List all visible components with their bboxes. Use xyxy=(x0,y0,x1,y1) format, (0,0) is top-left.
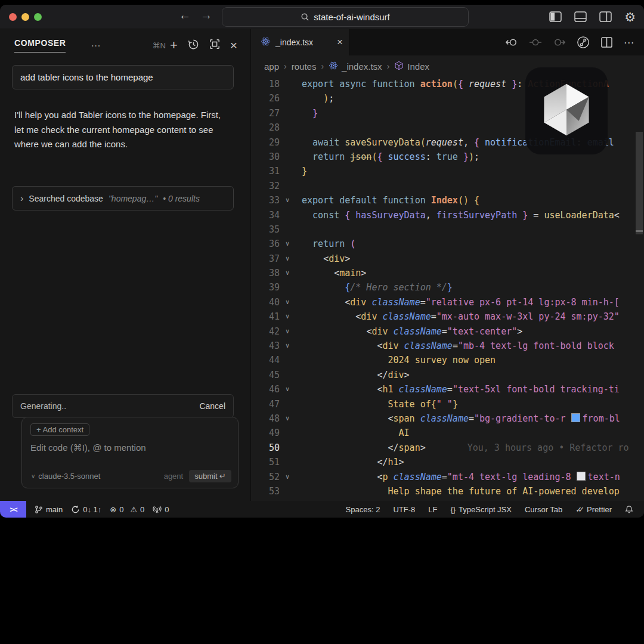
fold-gutter xyxy=(280,499,295,501)
git-branch-item[interactable]: main xyxy=(35,505,63,514)
breadcrumb-routes[interactable]: routes xyxy=(292,61,317,72)
submit-button[interactable]: submit ↵ xyxy=(189,470,231,482)
nav-current-icon[interactable] xyxy=(530,38,541,47)
fold-chevron-icon[interactable]: ∨ xyxy=(280,193,295,208)
minimize-window-button[interactable] xyxy=(21,13,29,21)
model-selector[interactable]: ∨ claude-3.5-sonnet xyxy=(31,472,100,481)
agent-mode-label[interactable]: agent xyxy=(164,472,184,481)
code-text: <h1 className="text-5xl font-bold tracki… xyxy=(295,382,620,397)
code-text: <div className="relative px-6 pt-14 lg:p… xyxy=(295,295,620,309)
line-number: 54 xyxy=(251,499,280,501)
tool-call-searched-codebase[interactable]: › Searched codebase "homepag…" • 0 resul… xyxy=(12,186,234,210)
command-search-input[interactable]: state-of-ai-windsurf xyxy=(222,7,469,27)
code-line[interactable]: 31} xyxy=(251,164,644,178)
close-composer-icon[interactable]: × xyxy=(230,38,237,52)
user-prompt-message[interactable]: add tabler icons to the homepage xyxy=(12,65,234,89)
code-line[interactable]: 34 const { hasSurveyData, firstSurveyPat… xyxy=(251,208,644,222)
braces-icon: {} xyxy=(450,505,456,514)
code-line[interactable]: 41∨ <div className="mx-auto max-w-3xl py… xyxy=(251,309,644,324)
fold-chevron-icon[interactable]: ∨ xyxy=(280,470,295,484)
code-line[interactable]: 43∨ <div className="mb-4 text-lg font-bo… xyxy=(251,339,644,353)
zoom-window-button[interactable] xyxy=(34,13,42,21)
code-line[interactable]: 53 Help shape the future of AI-powered d… xyxy=(251,484,644,499)
eol-item[interactable]: LF xyxy=(428,505,437,514)
timeline-compare-icon[interactable] xyxy=(577,36,590,49)
split-editor-icon[interactable] xyxy=(601,37,612,48)
line-number: 39 xyxy=(251,280,280,295)
formatter-item[interactable]: ✓✓ Prettier xyxy=(575,505,612,514)
new-composer-icon[interactable]: + xyxy=(170,38,178,53)
editor-more-icon[interactable]: ⋯ xyxy=(624,36,634,49)
breadcrumb-app[interactable]: app xyxy=(264,61,279,72)
close-window-button[interactable] xyxy=(9,13,17,21)
tab-strip: _index.tsx × xyxy=(251,29,644,55)
fold-chevron-icon[interactable]: ∨ xyxy=(280,309,295,324)
code-text: <span className="bg-gradient-to-r from-b… xyxy=(295,411,620,426)
code-text: <div className="mx-auto max-w-3xl py-24 … xyxy=(295,309,620,324)
code-line[interactable]: 52∨ <p className="mt-4 text-lg leading-8… xyxy=(251,470,644,484)
fold-chevron-icon[interactable]: ∨ xyxy=(280,324,295,339)
line-number: 44 xyxy=(251,353,280,367)
cursor-tab-item[interactable]: Cursor Tab xyxy=(525,505,562,514)
indentation-item[interactable]: Spaces: 2 xyxy=(346,505,380,514)
code-line[interactable]: 40∨ <div className="relative px-6 pt-14 … xyxy=(251,295,644,309)
toggle-panel-icon[interactable] xyxy=(574,11,587,22)
language-mode-item[interactable]: {} TypeScript JSX xyxy=(450,505,512,514)
git-sync-item[interactable]: 0↓ 1↑ xyxy=(71,505,101,514)
editor-group: _index.tsx × xyxy=(251,29,644,501)
code-line[interactable]: 39 {/* Hero section */} xyxy=(251,280,644,295)
tab-index-tsx[interactable]: _index.tsx × xyxy=(251,29,349,55)
code-line[interactable]: 51 </h1> xyxy=(251,455,644,469)
code-line[interactable]: 42∨ <div className="text-center"> xyxy=(251,324,644,339)
code-line[interactable]: 36∨ return ( xyxy=(251,237,644,251)
breadcrumb-file[interactable]: _index.tsx xyxy=(329,61,382,72)
code-line[interactable]: 48∨ <span className="bg-gradient-to-r fr… xyxy=(251,411,644,426)
add-context-button[interactable]: + Add context xyxy=(30,423,89,436)
sync-icon xyxy=(71,505,80,514)
toggle-primary-sidebar-icon[interactable] xyxy=(549,11,562,22)
code-line[interactable]: 50 </span>You, 3 hours ago • Refactor ro xyxy=(251,441,644,455)
fold-chevron-icon[interactable]: ∨ xyxy=(280,382,295,397)
code-line[interactable]: 35 xyxy=(251,222,644,237)
ports-item[interactable]: 0 xyxy=(153,505,169,514)
fold-chevron-icon[interactable]: ∨ xyxy=(280,339,295,353)
breadcrumb-symbol[interactable]: Index xyxy=(394,61,429,72)
nav-back-icon[interactable] xyxy=(506,38,518,47)
code-line[interactable]: 38∨ <main> xyxy=(251,266,644,280)
composer-history-icon[interactable] xyxy=(188,39,199,52)
problems-item[interactable]: ⊗ 0 ⚠ 0 xyxy=(110,505,144,514)
close-tab-icon[interactable]: × xyxy=(337,36,343,48)
code-line[interactable]: 33∨export default function Index() { xyxy=(251,193,644,208)
fold-chevron-icon[interactable]: ∨ xyxy=(280,252,295,266)
encoding-item[interactable]: UTF-8 xyxy=(393,505,415,514)
line-number: 29 xyxy=(251,135,280,150)
code-line[interactable]: 46∨ <h1 className="text-5xl font-bold tr… xyxy=(251,382,644,397)
fold-chevron-icon[interactable]: ∨ xyxy=(280,295,295,309)
fold-chevron-icon[interactable]: ∨ xyxy=(280,237,295,251)
code-line[interactable]: 45 </div> xyxy=(251,368,644,382)
cube-logo-icon xyxy=(538,79,595,143)
color-swatch-icon[interactable] xyxy=(571,413,580,422)
cancel-button[interactable]: Cancel xyxy=(199,401,225,411)
color-swatch-icon[interactable] xyxy=(577,472,586,481)
expand-composer-icon[interactable] xyxy=(209,39,220,52)
code-line[interactable]: 44 2024 survey now open xyxy=(251,353,644,367)
code-line[interactable]: 37∨ <div> xyxy=(251,252,644,266)
remote-indicator[interactable]: >< xyxy=(0,501,26,518)
code-line[interactable]: 32 xyxy=(251,179,644,193)
notifications-bell-icon[interactable] xyxy=(625,505,633,514)
toggle-secondary-sidebar-icon[interactable] xyxy=(599,11,612,22)
scrollbar-thumb[interactable] xyxy=(636,132,643,234)
code-line[interactable]: 47 State of{" "} xyxy=(251,397,644,411)
code-line[interactable]: 54 experience xyxy=(251,499,644,501)
fold-chevron-icon[interactable]: ∨ xyxy=(280,411,295,426)
code-line[interactable]: 49 AI xyxy=(251,426,644,440)
composer-more-icon[interactable]: ⋯ xyxy=(91,40,101,51)
fold-chevron-icon[interactable]: ∨ xyxy=(280,266,295,280)
composer-tab[interactable]: COMPOSER xyxy=(14,38,66,52)
history-back-button[interactable]: ← xyxy=(179,8,191,22)
history-forward-button[interactable]: → xyxy=(200,8,212,22)
nav-forward-icon[interactable] xyxy=(553,38,565,47)
settings-gear-icon[interactable]: ⚙ xyxy=(624,11,636,23)
composer-input-panel[interactable]: + Add context Edit code (⌘I), @ to menti… xyxy=(21,417,239,488)
